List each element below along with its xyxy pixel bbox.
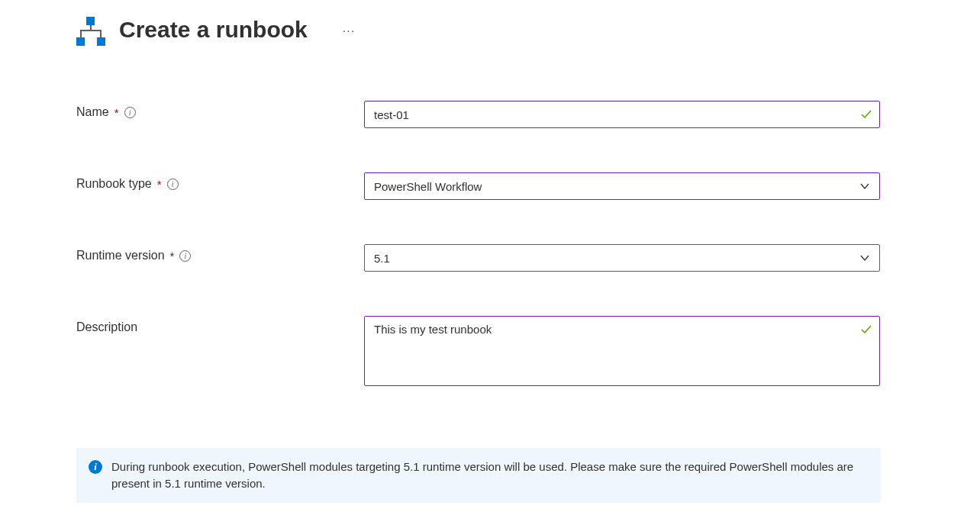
label-name: Name * i — [76, 101, 364, 119]
chevron-down-icon — [859, 253, 870, 263]
label-text: Runbook type — [76, 177, 152, 191]
runbook-icon — [76, 17, 105, 46]
label-runtime-version: Runtime version * i — [76, 244, 364, 262]
page-title: Create a runbook — [119, 17, 308, 43]
info-icon[interactable]: i — [167, 179, 179, 190]
form-row-name: Name * i — [76, 101, 980, 128]
banner-text: During runbook execution, PowerShell mod… — [111, 459, 869, 492]
more-actions-button[interactable]: ··· — [343, 24, 355, 38]
required-asterisk: * — [157, 178, 162, 191]
required-asterisk: * — [114, 106, 119, 119]
form-row-runtime-version: Runtime version * i 5.1 — [76, 244, 980, 272]
runbook-type-select[interactable]: PowerShell Workflow — [364, 172, 880, 200]
required-asterisk: * — [170, 250, 175, 262]
label-runbook-type: Runbook type * i — [76, 172, 364, 191]
info-icon[interactable]: i — [179, 250, 191, 262]
form-row-runbook-type: Runbook type * i PowerShell Workflow — [76, 172, 980, 200]
info-banner: i During runbook execution, PowerShell m… — [76, 448, 881, 503]
select-value: PowerShell Workflow — [374, 180, 482, 193]
label-text: Name — [76, 105, 109, 119]
description-textarea[interactable] — [364, 316, 880, 386]
chevron-down-icon — [859, 181, 870, 192]
info-icon: i — [89, 460, 102, 474]
label-text: Description — [76, 320, 137, 334]
runtime-version-select[interactable]: 5.1 — [364, 244, 880, 272]
select-value: 5.1 — [374, 252, 390, 265]
form-row-description: Description — [76, 316, 980, 388]
page-header: Create a runbook ··· — [76, 14, 980, 46]
info-icon[interactable]: i — [124, 107, 136, 118]
name-input[interactable] — [364, 101, 880, 128]
label-description: Description — [76, 316, 364, 334]
label-text: Runtime version — [76, 249, 165, 262]
